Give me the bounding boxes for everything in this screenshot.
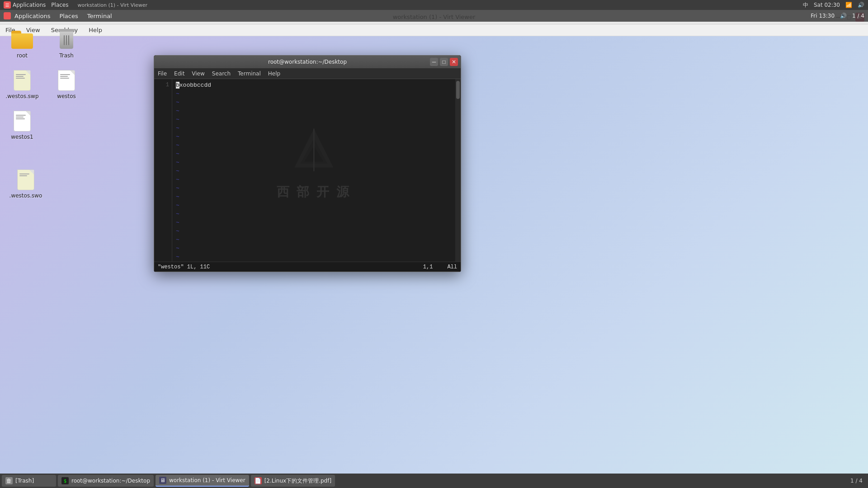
taskbar-label-terminal: root@workstation:~/Desktop: [71, 478, 150, 484]
vim-linenum-21: [154, 244, 172, 252]
vim-line1-rest: xoobbccdd: [179, 82, 211, 89]
vim-linenum-14: [154, 187, 172, 195]
terminal-close-button[interactable]: ✕: [450, 58, 458, 66]
desktop-icon-westos[interactable]: westos: [46, 66, 87, 103]
taskbar-item-terminal[interactable]: $ root@workstation:~/Desktop: [58, 475, 154, 487]
doc-icon-westos: [56, 70, 77, 91]
vim-linenum-18: [154, 219, 172, 227]
vim-line-numbers: 1: [154, 79, 172, 262]
system-applications-button[interactable]: ☰ Applications: [4, 1, 46, 9]
vim-linenum-20: [154, 235, 172, 244]
desktop-icon-westos-swo[interactable]: .westos.swo: [5, 165, 46, 202]
vim-linenum-13: [154, 178, 172, 187]
vim-tilde-13: ~: [176, 184, 452, 192]
host-desktop-bar: Applications Places Terminal Fri 13:30 🔊…: [0, 10, 868, 22]
vim-status-position: 1,1: [423, 264, 433, 270]
vim-linenum-7: [154, 130, 172, 138]
host-terminal-label[interactable]: Terminal: [87, 13, 112, 19]
vim-tilde-5: ~: [176, 115, 452, 124]
vim-linenum-3: [154, 97, 172, 105]
vim-line-1: bxoobbccdd: [176, 81, 452, 89]
vim-tilde-14: ~: [176, 192, 452, 201]
virt-terminal-titlebar: root@workstation:~/Desktop ─ □ ✕: [154, 56, 461, 68]
vim-scroll-thumb[interactable]: [456, 81, 460, 99]
desktop-icon-trash[interactable]: Trash: [46, 25, 87, 62]
vim-status-mode: All: [447, 264, 457, 270]
vim-linenum-11: [154, 162, 172, 170]
desktop-icon-label-westos-swp: .westos.swp: [5, 93, 38, 99]
virt-terminal-menubar: File Edit View Search Terminal Help: [154, 68, 461, 79]
desktop-icon-label-trash: Trash: [59, 52, 74, 59]
taskbar-label-trash: [Trash]: [15, 478, 34, 484]
taskbar-item-trash[interactable]: 🗑 [Trash]: [2, 475, 56, 487]
desktop-icon-westos-swp[interactable]: .westos.swp: [2, 66, 42, 103]
vim-tilde-17: ~: [176, 218, 452, 227]
system-places-label[interactable]: Places: [51, 2, 68, 8]
system-time: Sat 02:30: [814, 2, 840, 8]
system-wifi-icon: 📶: [845, 2, 852, 8]
vim-tilde-21: ~: [176, 253, 452, 261]
vim-linenum-8: [154, 138, 172, 146]
host-places-label[interactable]: Places: [59, 13, 78, 19]
vim-linenum-5: [154, 113, 172, 122]
term-menu-search[interactable]: Search: [212, 70, 231, 77]
vim-status-left: "westos" 1L, 11C: [158, 264, 210, 270]
vim-tilde-7: ~: [176, 132, 452, 141]
file-icon-swp: [11, 70, 33, 91]
vim-tilde-8: ~: [176, 141, 452, 150]
term-menu-terminal[interactable]: Terminal: [238, 70, 261, 77]
taskbar-term-icon: $: [61, 477, 69, 484]
vim-tilde-3: ~: [176, 98, 452, 107]
host-page-indicator: 1 / 4: [852, 13, 864, 19]
desktop-icon-root[interactable]: root: [2, 25, 42, 62]
vim-status-right: 1,1 All: [423, 264, 457, 270]
vim-linenum-1: 1: [154, 81, 172, 89]
virt-terminal-title: root@workstation:~/Desktop: [268, 59, 347, 65]
taskbar-label-virt: workstation (1) - Virt Viewer: [169, 477, 245, 483]
vim-linenum-2: [154, 89, 172, 97]
term-menu-view[interactable]: View: [192, 70, 204, 77]
term-menu-help[interactable]: Help: [268, 70, 280, 77]
taskbar-item-virt[interactable]: 🖥 workstation (1) - Virt Viewer: [156, 475, 249, 487]
terminal-minimize-button[interactable]: ─: [430, 58, 438, 66]
term-menu-edit[interactable]: Edit: [174, 70, 184, 77]
vim-linenum-15: [154, 195, 172, 203]
desktop-icon-westos1[interactable]: westos1: [2, 107, 42, 144]
term-menu-file[interactable]: File: [158, 70, 167, 77]
vim-tilde-10: ~: [176, 158, 452, 167]
system-window-title: workstation (1) - Virt Viewer: [77, 2, 147, 8]
vim-tilde-22: ~: [176, 261, 452, 262]
host-applications-button[interactable]: Applications: [4, 12, 50, 19]
taskbar-page-indicator: 1 / 4: [850, 478, 863, 484]
taskbar-item-pdf[interactable]: 📄 [2.Linux下的文件管理.pdf]: [251, 475, 335, 487]
vim-tilde-4: ~: [176, 107, 452, 115]
vim-cursor: b: [176, 82, 179, 89]
host-applications-label: Applications: [14, 13, 50, 19]
desktop-icon-label-westos-swo: .westos.swo: [9, 192, 42, 199]
desktop: Applications Places Terminal Fri 13:30 🔊…: [0, 10, 868, 488]
doc-icon-westos1: [11, 110, 33, 132]
vim-content-area[interactable]: 西 部 开 源 bxoobbccdd ~ ~ ~ ~ ~ ~ ~ ~ ~ ~ ~…: [172, 79, 455, 262]
vim-tilde-12: ~: [176, 175, 452, 184]
vim-linenum-4: [154, 105, 172, 113]
terminal-maximize-button[interactable]: □: [440, 58, 448, 66]
host-time: Fri 13:30: [811, 13, 835, 19]
apps-icon: ☰: [4, 1, 11, 9]
vim-statusbar: "westos" 1L, 11C 1,1 All: [154, 262, 461, 272]
taskbar-label-pdf: [2.Linux下的文件管理.pdf]: [264, 477, 331, 485]
vim-tilde-20: ~: [176, 244, 452, 253]
file-icon-swo: [15, 169, 37, 191]
vim-linenum-9: [154, 146, 172, 154]
host-apps-icon: [4, 12, 11, 19]
desktop-icon-label-westos1: westos1: [11, 134, 33, 140]
vim-scrollbar[interactable]: [455, 79, 461, 262]
desktop-icon-label-westos: westos: [57, 93, 76, 99]
taskbar: 🗑 [Trash] $ root@workstation:~/Desktop 🖥…: [0, 474, 868, 488]
vim-tilde-2: ~: [176, 89, 452, 98]
taskbar-trash-icon: 🗑: [5, 477, 13, 484]
vim-tilde-16: ~: [176, 210, 452, 218]
system-indicator: 中: [803, 1, 808, 9]
vim-tilde-19: ~: [176, 235, 452, 244]
vim-editor[interactable]: 1: [154, 79, 461, 262]
vim-linenum-17: [154, 211, 172, 219]
